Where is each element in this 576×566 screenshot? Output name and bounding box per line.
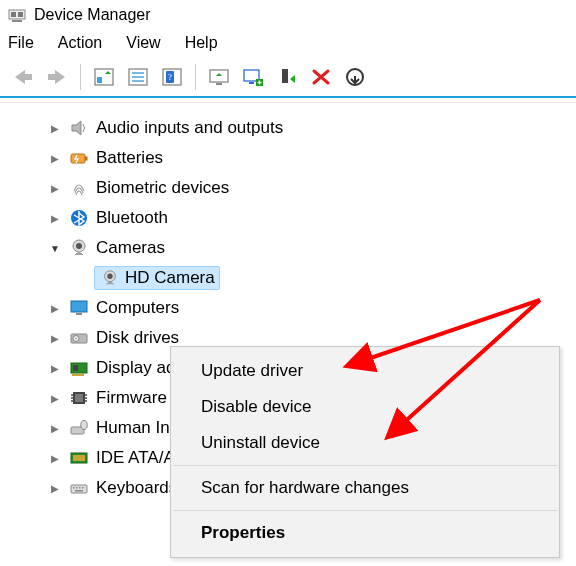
tree-node-computers[interactable]: ▶ Computers [0, 293, 576, 323]
svg-rect-50 [73, 487, 75, 489]
tree-node-hd-camera[interactable]: HD Camera [0, 263, 576, 293]
menu-file[interactable]: File [8, 34, 34, 52]
tree-node-cameras[interactable]: ▼ Cameras [0, 233, 576, 263]
tree-label: Keyboards [96, 478, 177, 498]
enable-button[interactable] [270, 62, 304, 92]
tree-node-bluetooth[interactable]: ▶ Bluetooth [0, 203, 576, 233]
update-button[interactable] [338, 62, 372, 92]
context-menu-separator [173, 510, 557, 511]
chevron-right-icon[interactable]: ▶ [48, 481, 62, 495]
chevron-right-icon[interactable]: ▶ [48, 181, 62, 195]
add-hardware-button[interactable] [236, 62, 270, 92]
chevron-right-icon[interactable]: ▶ [48, 421, 62, 435]
svg-rect-2 [18, 12, 23, 17]
window-title: Device Manager [34, 6, 151, 24]
cm-update-driver[interactable]: Update driver [171, 353, 559, 389]
svg-rect-52 [79, 487, 81, 489]
scan-icon [208, 67, 230, 87]
arrow-right-icon [46, 68, 68, 86]
chevron-right-icon[interactable]: ▶ [48, 151, 62, 165]
help-icon: ? [161, 67, 183, 87]
tree-label: Firmware [96, 388, 167, 408]
panel-icon [93, 67, 115, 87]
cm-disable-device[interactable]: Disable device [171, 389, 559, 425]
svg-text:?: ? [168, 72, 172, 82]
camera-icon [99, 267, 121, 289]
delete-x-icon [310, 67, 332, 87]
tree-node-biometric[interactable]: ▶ Biometric devices [0, 173, 576, 203]
toolbar-separator [195, 64, 196, 90]
svg-rect-36 [72, 374, 84, 376]
nav-forward-button[interactable] [40, 62, 74, 92]
tree-node-audio[interactable]: ▶ Audio inputs and outputs [0, 113, 576, 143]
svg-rect-20 [282, 69, 288, 83]
svg-rect-53 [82, 487, 84, 489]
properties-list-button[interactable] [121, 62, 155, 92]
uninstall-button[interactable] [304, 62, 338, 92]
menu-action[interactable]: Action [58, 34, 102, 52]
chevron-right-icon[interactable]: ▶ [48, 391, 62, 405]
nav-back-button[interactable] [6, 62, 40, 92]
svg-rect-16 [249, 82, 254, 84]
svg-rect-49 [71, 485, 87, 493]
svg-rect-35 [73, 365, 78, 371]
show-hidden-button[interactable] [87, 62, 121, 92]
svg-rect-5 [97, 77, 102, 83]
chevron-right-icon[interactable]: ▶ [48, 361, 62, 375]
tree-label: Cameras [96, 238, 165, 258]
svg-point-46 [81, 421, 87, 430]
cm-uninstall-device[interactable]: Uninstall device [171, 425, 559, 461]
fingerprint-icon [68, 177, 90, 199]
svg-rect-30 [76, 313, 82, 315]
tree-label: Bluetooth [96, 208, 168, 228]
tree-label: Biometric devices [96, 178, 229, 198]
menu-view[interactable]: View [126, 34, 160, 52]
chevron-right-icon[interactable]: ▶ [48, 121, 62, 135]
eject-green-icon [276, 67, 298, 87]
monitor-icon [68, 297, 90, 319]
camera-icon [68, 237, 90, 259]
speaker-icon [68, 117, 90, 139]
svg-rect-51 [76, 487, 78, 489]
menu-help[interactable]: Help [185, 34, 218, 52]
tree-label: Audio inputs and outputs [96, 118, 283, 138]
svg-rect-29 [71, 301, 87, 312]
toolbar: ? [0, 58, 576, 98]
svg-point-28 [107, 274, 112, 279]
update-circle-icon [344, 67, 366, 87]
scan-button[interactable] [202, 62, 236, 92]
cm-properties[interactable]: Properties [171, 515, 559, 551]
tree-node-batteries[interactable]: ▶ Batteries [0, 143, 576, 173]
svg-rect-38 [75, 394, 83, 402]
chevron-down-icon[interactable]: ▼ [48, 241, 62, 255]
titlebar: Device Manager [0, 0, 576, 30]
chip-icon [68, 387, 90, 409]
svg-rect-1 [11, 12, 16, 17]
chevron-right-icon[interactable]: ▶ [48, 211, 62, 225]
context-menu-separator [173, 465, 557, 466]
display-adapter-icon [68, 357, 90, 379]
svg-rect-48 [73, 455, 85, 461]
svg-point-26 [76, 243, 82, 249]
chevron-right-icon[interactable]: ▶ [48, 331, 62, 345]
chevron-right-icon[interactable]: ▶ [48, 301, 62, 315]
help-button[interactable]: ? [155, 62, 189, 92]
list-panel-icon [127, 67, 149, 87]
tree-label: Disk drives [96, 328, 179, 348]
keyboard-icon [68, 477, 90, 499]
bluetooth-icon [68, 207, 90, 229]
monitor-plus-icon [242, 67, 264, 87]
battery-icon [68, 147, 90, 169]
chevron-right-icon[interactable]: ▶ [48, 451, 62, 465]
svg-point-33 [75, 338, 77, 340]
tree-label: HD Camera [125, 268, 215, 288]
context-menu: Update driver Disable device Uninstall d… [170, 346, 560, 558]
menubar: File Action View Help [0, 30, 576, 58]
svg-rect-14 [216, 83, 222, 85]
arrow-left-icon [12, 68, 34, 86]
hid-icon [68, 417, 90, 439]
tree-label: Computers [96, 298, 179, 318]
ide-icon [68, 447, 90, 469]
cm-scan-hardware[interactable]: Scan for hardware changes [171, 470, 559, 506]
svg-rect-23 [85, 157, 88, 161]
